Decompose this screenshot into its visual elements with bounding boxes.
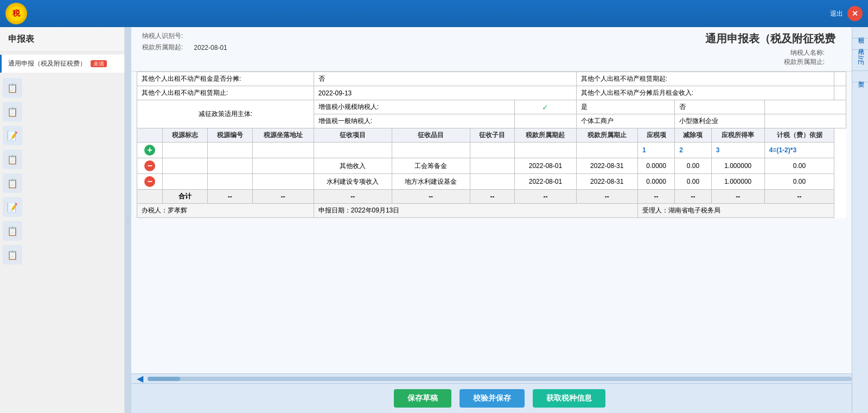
total-v5: -- [470, 190, 515, 204]
top-bar-right: 退出 ✕ [830, 0, 863, 27]
row1-tax-source-addr [252, 158, 314, 174]
total-v11: -- [764, 190, 834, 204]
col-period-start: 税款所属期起 [515, 128, 576, 143]
right-tab-结果[interactable]: 结果 [852, 38, 868, 50]
row1-tax-base: 0.00 [764, 158, 834, 174]
form-header: 纳税人识别号: 税款所属期起: 2022-08-01 通用申报表（税及附征税费 … [131, 27, 868, 72]
scroll-left-icon[interactable]: ◀ [137, 373, 143, 384]
table-row-2: − 水利建设专项收入 地方水利建设基金 2022-08-01 2022-08-3… [137, 174, 846, 190]
row1-collection-sub [470, 158, 515, 174]
row1-period-start: 2022-08-01 [515, 158, 576, 174]
get-tax-info-button[interactable]: 获取税种信息 [533, 389, 605, 408]
row2-tax-base: 0.00 [764, 174, 834, 190]
col-tax-item: 应税项 [637, 128, 674, 143]
split-value: 否 [314, 72, 576, 86]
split-label: 其他个人出租不动产租金是否分摊: [137, 72, 314, 86]
col-tax-base: 计税（费）依据 [764, 128, 834, 143]
split-row: 其他个人出租不动产租金是否分摊: 否 其他个人出租不动产租赁期起: [137, 72, 846, 86]
row2-tax-item: 0.0000 [637, 174, 674, 190]
sidebar: 申报表 通用申报（税及附征税费） 未填 📋 📋 📝 📋 📋 📝 📋 📋 [0, 27, 125, 413]
footer-date: 申报日期：2022年09月13日 [314, 204, 637, 218]
total-v9: -- [675, 190, 711, 204]
row2-period-start: 2022-08-01 [515, 174, 576, 190]
app-logo: 税 [5, 3, 27, 24]
sidebar-icon-5[interactable]: 📋 [3, 173, 22, 193]
col-num-1: 1 [637, 143, 674, 158]
col-tax-rate: 应税所得率 [711, 128, 764, 143]
sidebar-icon-7[interactable]: 📋 [3, 221, 22, 241]
vat-small-yes: 是 [576, 100, 675, 114]
right-side-tabs: 校明 结果 IrE 类型 [852, 27, 868, 413]
exit-button[interactable]: ✕ [847, 6, 863, 21]
small-profit-label: 小型微利企业 [675, 114, 764, 128]
scroll-track[interactable] [148, 377, 852, 381]
save-draft-button[interactable]: 保存草稿 [394, 389, 451, 408]
row2-collection-item: 水利建设专项收入 [314, 174, 392, 190]
col-num-3: 3 [711, 143, 764, 158]
period-start-value: 2022-08-01 [194, 44, 227, 51]
column-number-row: + 1 2 3 4=(1-2)*3 [137, 143, 846, 158]
main-table: 其他个人出租不动产租金是否分摊: 否 其他个人出租不动产租赁期起: 其他个人出租… [137, 72, 846, 218]
add-row-button[interactable]: + [144, 145, 155, 156]
row1-tax-rate: 1.000000 [711, 158, 764, 174]
sidebar-icon-4[interactable]: 📋 [3, 150, 22, 169]
split-period-end-value: 2022-09-13 [314, 86, 576, 100]
total-v1: -- [207, 190, 252, 204]
sidebar-icon-2[interactable]: 📋 [3, 102, 22, 121]
row1-period-end: 2022-08-31 [576, 158, 637, 174]
row1-tax-source [163, 158, 208, 174]
sidebar-selected-item[interactable]: 通用申报（税及附征税费） 未填 [0, 55, 124, 73]
total-v6: -- [515, 190, 576, 204]
horizontal-scrollbar[interactable]: ◀ ▶ [131, 373, 868, 383]
remove-row-1-button[interactable]: − [144, 160, 155, 171]
form-meta-left: 纳税人识别号: 税款所属期起: 2022-08-01 [142, 31, 227, 52]
action-add: + [137, 143, 163, 158]
taxpayer-name-row: 纳税人名称: [227, 48, 835, 57]
sidebar-icon-6[interactable]: 📝 [3, 197, 22, 217]
sidebar-header: 申报表 [0, 27, 124, 52]
validate-save-button[interactable]: 校验并保存 [459, 389, 525, 408]
split-period-start-value [834, 72, 846, 86]
main-layout: 申报表 通用申报（税及附征税费） 未填 📋 📋 📝 📋 📋 📝 📋 📋 ⋮ 纳税… [0, 27, 868, 413]
col-deduction: 减除项 [675, 128, 711, 143]
policy-row: 减征政策适用主体: 增值税小规模纳税人: ✓ 是 否 [137, 100, 846, 114]
sidebar-icons: 📋 📋 📝 📋 📋 📝 📋 📋 [0, 75, 124, 267]
total-v2: -- [252, 190, 314, 204]
total-v3: -- [314, 190, 392, 204]
vat-general-label: 增值税一般纳税人: [314, 114, 514, 128]
vat-small-extra [764, 100, 846, 114]
row1-collection-item: 其他收入 [314, 158, 392, 174]
taxpayer-id-row: 纳税人识别号: [142, 31, 227, 41]
col-collection-item: 征收项目 [314, 128, 392, 143]
individual-label: 个体工商户 [576, 114, 675, 128]
sidebar-title: 申报表 [8, 34, 116, 45]
v-divider[interactable]: ⋮ [125, 27, 131, 413]
sidebar-icon-3[interactable]: 📝 [3, 126, 22, 145]
total-v8: -- [637, 190, 674, 204]
total-v7: -- [576, 190, 637, 204]
period-start-row: 税款所属期起: 2022-08-01 [142, 43, 227, 52]
row2-tax-source-addr [252, 174, 314, 190]
sidebar-icon-1[interactable]: 📋 [3, 78, 22, 98]
split-monthly-value [834, 86, 846, 100]
scroll-thumb[interactable] [148, 377, 180, 381]
footer-receiver: 受理人：湖南省电子税务局 [637, 204, 834, 218]
total-row: 合计 -- -- -- -- -- -- -- -- -- -- -- [137, 190, 846, 204]
total-v4: -- [392, 190, 470, 204]
sidebar-icon-8[interactable]: 📋 [3, 245, 22, 264]
policy-subject-label: 减征政策适用主体: [137, 100, 314, 128]
bottom-bar: 保存草稿 校验并保存 获取税种信息 [131, 383, 868, 413]
right-tab-校明[interactable]: 校明 [852, 27, 868, 38]
right-tab-ire[interactable]: IrE [852, 50, 868, 71]
col-tax-source-addr: 税源坐落地址 [252, 128, 314, 143]
row2-tax-source-no [207, 174, 252, 190]
column-header-row: 税源标志 税源编号 税源坐落地址 征收项目 征收品目 征收子目 税款所属期起 税… [137, 128, 846, 143]
sidebar-item-label: 通用申报（税及附征税费） [8, 60, 86, 67]
remove-row-2-button[interactable]: − [144, 176, 155, 187]
split-period-end-label: 其他个人出租不动产租赁期止: [137, 86, 314, 100]
right-tab-类型[interactable]: 类型 [852, 71, 868, 82]
row1-deduction: 0.00 [675, 158, 711, 174]
col-collection-cat: 征收品目 [392, 128, 470, 143]
period-end-label: 税款所属期止: [784, 57, 825, 67]
row2-collection-sub [470, 174, 515, 190]
